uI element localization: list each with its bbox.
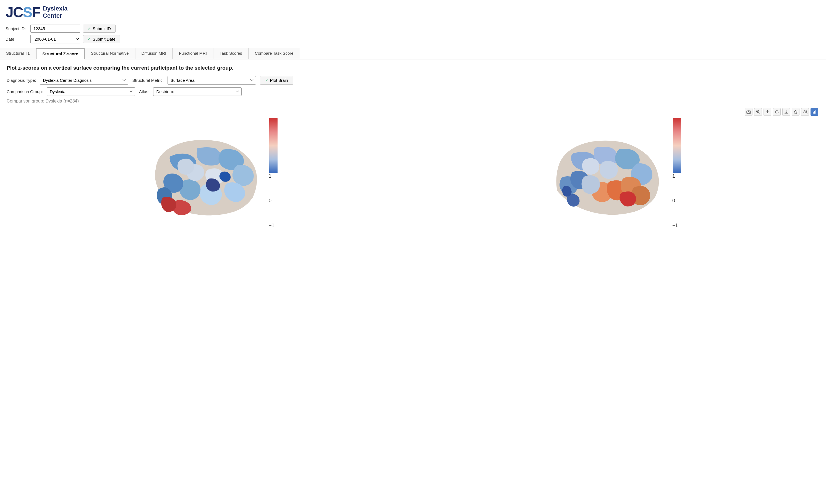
tab-functional-mri[interactable]: Functional MRI [173,48,213,59]
left-brain-section: 1 0 −1 [9,118,413,229]
form-row-2: Comparison Group: Dyslexia Control All A… [7,87,819,96]
right-brain-section: 1 0 −1 [413,118,817,229]
svg-point-12 [806,111,807,112]
page-description: Plot z-scores on a cortical surface comp… [7,65,819,71]
svg-rect-13 [813,112,814,114]
tab-bar: Structural T1 Structural Z-score Structu… [0,48,826,59]
download-icon[interactable] [782,108,790,116]
chart-icon[interactable] [811,108,818,116]
right-colorbar-min-label: −1 [672,223,678,229]
right-colorbar-mid-label: 0 [672,198,678,204]
comparison-select[interactable]: Dyslexia Control All [47,87,135,96]
refresh-icon[interactable] [773,108,781,116]
svg-rect-17 [269,118,278,173]
subject-id-row: Subject ID: ✓ Submit ID [5,24,821,33]
logo-text: Dyslexia Center [43,5,67,20]
atlas-select[interactable]: Destrieux Desikan-Killiany Glasser [153,87,242,96]
diagnosis-label: Diagnosis Type: [7,78,36,83]
form-row-1: Diagnosis Type: Dyslexia Center Diagnosi… [7,76,819,84]
tab-structural-t1[interactable]: Structural T1 [0,48,36,59]
logo: JCSF Dyslexia Center [5,5,67,20]
colorbar-min-label: −1 [269,223,275,229]
logo-letters: JCSF [5,5,40,19]
svg-point-11 [804,111,805,112]
right-colorbar-max-label: 1 [672,173,678,179]
left-colorbar: 1 0 −1 [267,118,280,229]
plot-check-icon: ✓ [265,78,269,82]
right-colorbar-gradient [670,118,684,173]
right-colorbar: 1 0 −1 [670,118,684,229]
brains-visualization: 1 0 −1 [7,118,819,229]
svg-point-1 [748,111,750,113]
users-icon[interactable] [801,108,809,116]
date-select[interactable]: 2000-01-01 [31,35,80,43]
tab-task-scores[interactable]: Task Scores [213,48,248,59]
subject-id-label: Subject ID: [5,26,27,31]
colorbar-max-label: 1 [269,173,275,179]
subject-id-input[interactable] [31,24,80,33]
tab-structural-zscore[interactable]: Structural Z-score [36,48,84,59]
comparison-group-text: Comparison group: Dyslexia (n=284) [7,99,819,104]
right-brain-image [546,129,667,217]
svg-rect-15 [816,110,816,114]
svg-line-3 [759,113,760,114]
date-row: Date: 2000-01-01 ✓ Submit Date [5,35,821,43]
svg-rect-14 [814,111,815,114]
check-icon: ✓ [87,26,91,31]
submit-date-button[interactable]: ✓ Submit Date [83,35,120,43]
left-colorbar-gradient [267,118,280,173]
right-colorbar-labels: 1 0 −1 [670,173,678,229]
tab-compare-task-score[interactable]: Compare Task Score [248,48,300,59]
structural-metric-select[interactable]: Surface Area Cortical Thickness Volume [168,76,256,84]
svg-rect-19 [673,118,681,173]
chart-toolbar [7,108,819,116]
zoom-icon[interactable] [754,108,762,116]
colorbar-mid-label: 0 [269,198,275,204]
submit-id-button[interactable]: ✓ Submit ID [83,24,116,33]
svg-rect-0 [747,111,751,114]
controls-section: Subject ID: ✓ Submit ID Date: 2000-01-01… [0,22,826,48]
atlas-label: Atlas: [139,89,150,94]
tab-structural-normative[interactable]: Structural Normative [84,48,135,59]
tab-diffusion-mri[interactable]: Diffusion MRI [135,48,173,59]
comparison-label: Comparison Group: [7,89,43,94]
main-content: Plot z-scores on a cortical surface comp… [0,59,826,234]
check-icon-date: ✓ [87,37,91,41]
date-label: Date: [5,37,27,42]
home-icon[interactable] [792,108,800,116]
left-brain-image [142,129,264,217]
add-icon[interactable] [764,108,771,116]
plot-brain-button[interactable]: ✓ Plot Brain [260,76,293,84]
diagnosis-select[interactable]: Dyslexia Center Diagnosis Clinical Diagn… [40,76,128,84]
svg-rect-10 [795,112,797,114]
structural-metric-label: Structural Metric: [132,78,163,83]
left-colorbar-labels: 1 0 −1 [267,173,275,229]
app-header: JCSF Dyslexia Center [0,0,826,22]
camera-icon[interactable] [745,108,753,116]
